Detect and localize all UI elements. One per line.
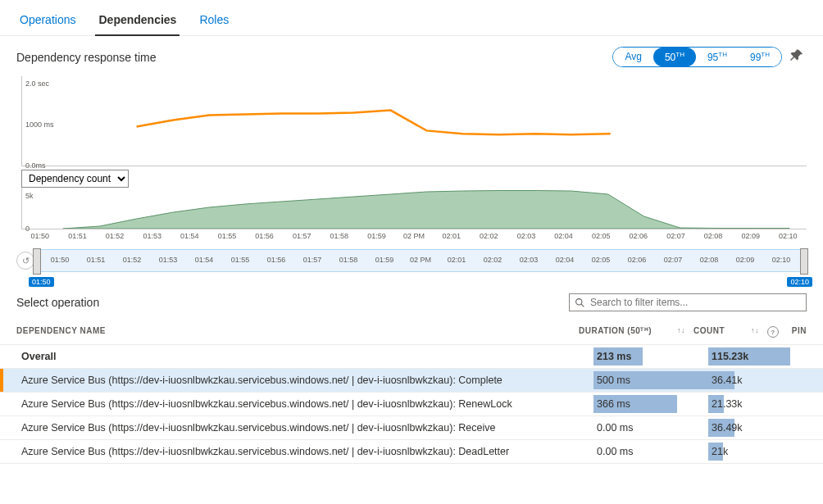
x-tick: 02:02 <box>475 256 511 264</box>
count-cell: 21.33k <box>708 398 790 410</box>
search-box[interactable] <box>569 293 807 311</box>
area-path <box>22 188 807 229</box>
x-tick: 01:54 <box>171 232 209 240</box>
selection-indicator <box>0 369 3 392</box>
range-handle-start[interactable]: 01:50 <box>33 248 41 275</box>
x-tick: 02:05 <box>582 232 620 240</box>
x-tick: 02:03 <box>507 232 545 240</box>
x-tick: 01:51 <box>78 256 114 264</box>
table-body: Overall213 ms115.23kAzure Service Bus (h… <box>0 345 823 464</box>
table-header: DEPENDENCY NAME DURATION (50ᵀᴴ) ↑↓ COUNT… <box>0 318 823 345</box>
tab-operations[interactable]: Operations <box>16 8 79 35</box>
pill-95[interactable]: 95TH <box>696 48 739 66</box>
dep-name: Azure Service Bus (https://dev-i-iuosnlb… <box>13 375 593 386</box>
pill-avg[interactable]: Avg <box>613 48 652 66</box>
x-tick: 01:59 <box>366 256 402 264</box>
x-tick: 01:51 <box>59 232 97 240</box>
col-count[interactable]: COUNT <box>693 326 751 338</box>
table-row[interactable]: Azure Service Bus (https://dev-i-iuosnlb… <box>0 416 823 440</box>
duration-cell: 366 ms <box>593 398 708 410</box>
x-tick: 01:57 <box>294 256 330 264</box>
table-row[interactable]: Azure Service Bus (https://dev-i-iuosnlb… <box>0 393 823 416</box>
x-axis: 01:5001:5101:5201:5301:5401:5501:5601:57… <box>21 229 807 243</box>
x-tick: 01:52 <box>96 232 134 240</box>
dep-name: Azure Service Bus (https://dev-i-iuosnlb… <box>13 422 593 434</box>
x-tick: 01:59 <box>358 232 396 240</box>
search-input[interactable] <box>590 297 801 308</box>
range-handle-end[interactable]: 02:10 <box>800 248 808 275</box>
sort-icon[interactable]: ↑↓ <box>751 326 767 338</box>
table-row[interactable]: Azure Service Bus (https://dev-i-iuosnlb… <box>0 440 823 464</box>
x-tick: 02:05 <box>583 256 619 264</box>
help-icon[interactable]: ? <box>767 326 779 338</box>
x-tick: 01:56 <box>258 256 294 264</box>
x-tick: 02 PM <box>402 256 439 264</box>
x-tick: 02:08 <box>694 232 732 240</box>
x-tick: 02:10 <box>770 232 807 240</box>
count-cell: 21k <box>708 446 790 457</box>
response-time-chart[interactable]: 2.0 sec 1000 ms 0.0ms <box>21 76 807 166</box>
x-tick: 02:01 <box>433 232 471 240</box>
x-tick: 02:09 <box>732 232 770 240</box>
history-icon[interactable]: ↺ <box>16 252 34 270</box>
range-start-label: 01:50 <box>29 277 54 287</box>
chart-header: Dependency response time Avg 50TH 95TH 9… <box>0 36 823 71</box>
x-tick: 02:07 <box>657 232 695 240</box>
dep-name: Azure Service Bus (https://dev-i-iuosnlb… <box>13 398 593 410</box>
x-tick: 02:04 <box>545 232 583 240</box>
range-end-label: 02:10 <box>787 277 812 287</box>
select-operation-header: Select operation <box>0 275 823 318</box>
x-tick: 02:07 <box>655 256 691 264</box>
count-cell: 36.41k <box>708 375 790 386</box>
x-tick: 01:58 <box>321 232 358 240</box>
duration-cell: 0.00 ms <box>593 422 708 434</box>
duration-cell: 0.00 ms <box>593 446 708 457</box>
x-tick: 02:09 <box>727 256 763 264</box>
col-name[interactable]: DEPENDENCY NAME <box>16 326 579 338</box>
x-tick: 01:50 <box>42 256 78 264</box>
pill-50[interactable]: 50TH <box>653 48 696 66</box>
sort-icon[interactable]: ↑↓ <box>677 326 693 338</box>
x-tick: 02 PM <box>395 232 433 240</box>
percentile-toggle: Avg 50TH 95TH 99TH <box>612 47 782 67</box>
col-pin: PIN <box>782 326 807 338</box>
x-tick: 02:02 <box>471 232 508 240</box>
count-dropdown[interactable]: Dependency count <box>21 170 129 188</box>
svg-marker-0 <box>63 191 789 229</box>
x-tick: 01:58 <box>330 256 366 264</box>
range-track[interactable]: 01:5001:5101:5201:5301:5401:5501:5601:57… <box>36 249 805 272</box>
tab-roles[interactable]: Roles <box>196 8 232 35</box>
dep-name: Overall <box>13 351 593 362</box>
x-tick: 02:06 <box>620 232 657 240</box>
x-tick: 01:56 <box>246 232 284 240</box>
pill-99[interactable]: 99TH <box>739 48 781 66</box>
search-icon <box>575 297 585 308</box>
time-range-selector[interactable]: ↺ 01:5001:5101:5201:5301:5401:5501:5601:… <box>16 246 807 275</box>
x-tick: 02:04 <box>547 256 583 264</box>
tab-bar: Operations Dependencies Roles <box>0 0 823 36</box>
dep-name: Azure Service Bus (https://dev-i-iuosnlb… <box>13 446 593 457</box>
x-tick: 01:50 <box>21 232 59 240</box>
count-select[interactable]: Dependency count <box>21 170 807 188</box>
x-tick: 01:53 <box>134 232 171 240</box>
table-row[interactable]: Azure Service Bus (https://dev-i-iuosnlb… <box>0 369 823 393</box>
count-cell: 36.49k <box>708 422 790 434</box>
x-tick: 02:03 <box>511 256 547 264</box>
x-tick: 02:01 <box>439 256 475 264</box>
col-duration[interactable]: DURATION (50ᵀᴴ) <box>579 326 677 338</box>
tab-dependencies[interactable]: Dependencies <box>95 8 180 36</box>
line-path <box>22 76 807 166</box>
x-tick: 01:57 <box>283 232 321 240</box>
x-tick: 02:08 <box>691 256 727 264</box>
select-op-title: Select operation <box>16 296 99 309</box>
x-tick: 01:55 <box>208 232 246 240</box>
x-tick: 01:54 <box>186 256 222 264</box>
duration-cell: 500 ms <box>593 375 708 386</box>
count-chart[interactable]: 5k 0 <box>21 188 807 229</box>
table-row[interactable]: Overall213 ms115.23k <box>0 345 823 369</box>
duration-cell: 213 ms <box>593 351 708 362</box>
pin-icon[interactable] <box>787 46 807 68</box>
chart-area: 2.0 sec 1000 ms 0.0ms Dependency count 5… <box>0 76 823 275</box>
x-tick: 01:52 <box>114 256 150 264</box>
x-tick: 01:53 <box>150 256 186 264</box>
